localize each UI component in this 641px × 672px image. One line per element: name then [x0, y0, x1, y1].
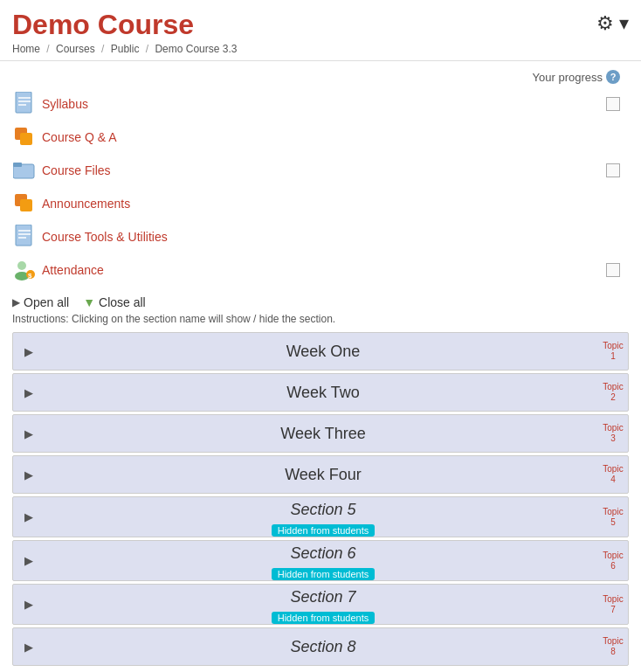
syllabus-checkbox-col	[597, 97, 629, 111]
section-name-week3: Week Three	[280, 421, 365, 447]
menu-item-tools: Course Tools & Utilities	[12, 220, 629, 253]
announcements-icon	[12, 191, 37, 216]
section-name-sec7: Section 7	[290, 585, 355, 610]
section-arrow-week4: ▶	[13, 468, 45, 481]
section-row-week4[interactable]: ▶Week FourTopic4	[12, 455, 629, 494]
announcements-link[interactable]: Announcements	[42, 197, 597, 211]
hidden-badge-sec5: Hidden from students	[272, 524, 376, 537]
menu-item-files: Course Files	[12, 154, 629, 187]
section-inner-sec7: Section 7Hidden from students	[45, 585, 602, 624]
section-topic-sec7: Topic7	[602, 594, 628, 615]
section-topic-week1: Topic1	[602, 341, 628, 362]
progress-help-icon[interactable]: ?	[606, 70, 620, 84]
files-link[interactable]: Course Files	[42, 163, 597, 177]
section-name-week2: Week Two	[286, 380, 359, 405]
menu-item-syllabus: Syllabus	[12, 87, 629, 121]
section-list: ▶Week OneTopic1▶Week TwoTopic2▶Week Thre…	[12, 332, 629, 666]
attendance-link[interactable]: Attendance	[42, 263, 597, 277]
section-topic-sec5: Topic5	[602, 507, 628, 528]
attendance-checkbox-col	[597, 263, 629, 277]
close-arrow-icon: ▼	[83, 295, 95, 309]
svg-rect-10	[16, 225, 31, 246]
close-all-button[interactable]: ▼ Close all	[83, 295, 146, 309]
svg-rect-9	[20, 199, 32, 211]
section-inner-week2: Week Two	[45, 380, 602, 405]
syllabus-checkbox[interactable]	[606, 97, 620, 111]
breadcrumb-public[interactable]: Public	[111, 43, 140, 55]
section-name-sec6: Section 6	[290, 541, 355, 566]
section-inner-week1: Week One	[45, 339, 602, 364]
syllabus-link[interactable]: Syllabus	[42, 97, 597, 111]
section-inner-sec5: Section 5Hidden from students	[45, 497, 602, 537]
syllabus-icon	[12, 92, 37, 116]
menu-list: Syllabus Course Q & A	[12, 87, 629, 287]
section-topic-week2: Topic2	[602, 382, 628, 403]
section-row-week1[interactable]: ▶Week OneTopic1	[12, 332, 629, 371]
section-row-week3[interactable]: ▶Week ThreeTopic3	[12, 414, 629, 453]
progress-label: Your progress	[533, 71, 603, 84]
section-inner-week4: Week Four	[45, 462, 602, 488]
section-topic-week3: Topic3	[602, 423, 628, 444]
open-all-button[interactable]: ▶ Open all	[12, 295, 69, 309]
section-name-sec8: Section 8	[290, 634, 355, 660]
breadcrumb-sep-1: /	[46, 43, 52, 55]
page-header: Demo Course Home / Courses / Public / De…	[0, 0, 641, 61]
section-topic-sec6: Topic6	[602, 551, 628, 572]
attendance-checkbox[interactable]	[606, 263, 620, 277]
svg-rect-5	[20, 133, 32, 145]
course-title: Demo Course	[12, 9, 629, 41]
section-arrow-sec6: ▶	[13, 554, 45, 567]
section-inner-sec6: Section 6Hidden from students	[45, 541, 602, 580]
main-content: Your progress ? Syllabus	[0, 61, 641, 672]
svg-text:$: $	[28, 272, 32, 280]
section-name-sec5: Section 5	[290, 497, 355, 523]
section-arrow-week2: ▶	[13, 386, 45, 399]
section-row-sec8[interactable]: ▶Section 8Topic8	[12, 627, 629, 666]
progress-row: Your progress ?	[12, 70, 629, 84]
section-arrow-week3: ▶	[13, 427, 45, 440]
section-topic-week4: Topic4	[602, 464, 628, 485]
menu-item-qa: Course Q & A	[12, 121, 629, 154]
toggle-row: ▶ Open all ▼ Close all	[12, 295, 629, 309]
close-all-label: Close all	[99, 295, 146, 309]
section-arrow-sec5: ▶	[13, 510, 45, 523]
menu-item-announcements: Announcements	[12, 187, 629, 220]
menu-item-attendance: $ Attendance	[12, 253, 629, 287]
breadcrumb-courses[interactable]: Courses	[56, 43, 95, 55]
files-checkbox[interactable]	[606, 163, 620, 177]
breadcrumb-sep-2: /	[101, 43, 107, 55]
instructions-text: Instructions: Clicking on the section na…	[12, 313, 629, 325]
tools-link[interactable]: Course Tools & Utilities	[42, 230, 597, 244]
section-arrow-sec8: ▶	[13, 641, 45, 654]
breadcrumb-home[interactable]: Home	[12, 43, 40, 55]
attendance-icon: $	[12, 258, 37, 282]
section-name-week4: Week Four	[285, 462, 362, 488]
breadcrumb-sep-3: /	[146, 43, 152, 55]
qa-link[interactable]: Course Q & A	[42, 130, 597, 144]
svg-rect-0	[16, 92, 31, 113]
hidden-badge-sec6: Hidden from students	[272, 568, 376, 580]
svg-rect-7	[13, 163, 22, 167]
gear-icon[interactable]: ⚙ ▾	[596, 12, 629, 35]
open-all-label: Open all	[24, 295, 69, 309]
section-topic-sec8: Topic8	[602, 636, 628, 657]
files-icon	[12, 158, 37, 183]
svg-point-14	[17, 261, 26, 270]
section-inner-sec8: Section 8	[45, 634, 602, 660]
section-row-sec7[interactable]: ▶Section 7Hidden from studentsTopic7	[12, 584, 629, 625]
section-row-week2[interactable]: ▶Week TwoTopic2	[12, 373, 629, 412]
breadcrumb-course-version[interactable]: Demo Course 3.3	[155, 43, 237, 55]
files-checkbox-col	[597, 163, 629, 177]
section-arrow-week1: ▶	[13, 345, 45, 358]
section-name-week1: Week One	[286, 339, 361, 364]
hidden-badge-sec7: Hidden from students	[272, 612, 376, 624]
section-inner-week3: Week Three	[45, 421, 602, 447]
qa-icon	[12, 125, 37, 149]
tools-icon	[12, 225, 37, 249]
section-row-sec5[interactable]: ▶Section 5Hidden from studentsTopic5	[12, 496, 629, 537]
breadcrumb: Home / Courses / Public / Demo Course 3.…	[12, 43, 629, 55]
section-row-sec6[interactable]: ▶Section 6Hidden from studentsTopic6	[12, 540, 629, 581]
open-arrow-icon: ▶	[12, 296, 20, 308]
section-arrow-sec7: ▶	[13, 598, 45, 611]
